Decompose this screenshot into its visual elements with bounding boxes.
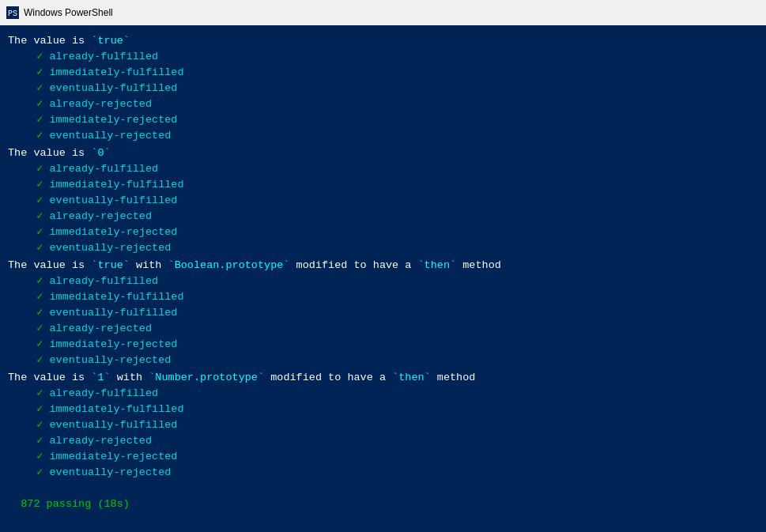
test-item: ✓ already-rejected (8, 433, 758, 449)
test-item: ✓ already-fulfilled (8, 161, 758, 177)
section-header-1: The value is `0` (8, 145, 758, 161)
test-item: ✓ already-fulfilled (8, 386, 758, 402)
test-item: ✓ immediately-rejected (8, 337, 758, 353)
test-item: ✓ already-fulfilled (8, 49, 758, 65)
test-item: ✓ eventually-rejected (8, 465, 758, 481)
title-bar: PS Windows PowerShell (0, 0, 766, 25)
test-item: ✓ eventually-fulfilled (8, 193, 758, 209)
powershell-icon: PS (6, 6, 19, 19)
section-header-2: The value is `true` with `Boolean.protot… (8, 258, 758, 274)
test-item: ✓ already-rejected (8, 209, 758, 224)
test-item: ✓ eventually-fulfilled (8, 417, 758, 433)
test-item: ✓ immediately-rejected (8, 224, 758, 240)
test-item: ✓ immediately-fulfilled (8, 289, 758, 305)
terminal: The value is `true` ✓ already-fulfilled … (0, 25, 766, 532)
test-item: ✓ already-fulfilled (8, 274, 758, 289)
test-item: ✓ eventually-rejected (8, 240, 758, 256)
test-item: ✓ immediately-rejected (8, 449, 758, 465)
title-bar-text: Windows PowerShell (24, 7, 113, 18)
svg-text:PS: PS (8, 9, 17, 18)
test-item: ✓ eventually-rejected (8, 353, 758, 368)
section-header-0: The value is `true` (8, 33, 758, 49)
test-item: ✓ already-rejected (8, 321, 758, 337)
summary-line: 872 passing (18s) (8, 496, 758, 512)
test-item: ✓ immediately-rejected (8, 112, 758, 128)
test-item: ✓ eventually-fulfilled (8, 305, 758, 321)
test-item: ✓ eventually-rejected (8, 128, 758, 144)
test-item: ✓ immediately-fulfilled (8, 402, 758, 417)
section-header-3: The value is `1` with `Number.prototype`… (8, 370, 758, 386)
test-item: ✓ eventually-fulfilled (8, 81, 758, 96)
test-item: ✓ immediately-fulfilled (8, 65, 758, 81)
test-item: ✓ already-rejected (8, 96, 758, 112)
test-item: ✓ immediately-fulfilled (8, 177, 758, 193)
